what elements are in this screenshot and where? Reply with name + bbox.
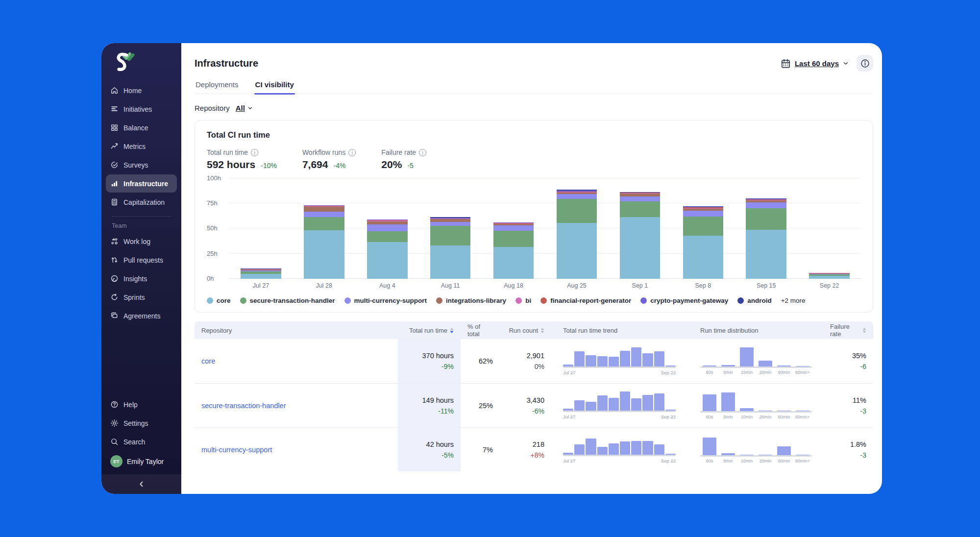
total-run-time-value: 42 hours xyxy=(405,440,454,448)
bar-segment-secure-transaction-handler xyxy=(620,201,661,217)
sidebar-item-label: Balance xyxy=(123,124,148,132)
legend-label: core xyxy=(217,297,231,304)
info-icon[interactable]: i xyxy=(419,149,426,156)
sidebar-item-help[interactable]: Help xyxy=(106,395,177,414)
sidebar-item-pull-requests[interactable]: Pull requests xyxy=(106,251,177,269)
stat-change: -10% xyxy=(261,162,277,170)
legend-item-financial-report-generator[interactable]: financial-report-generator xyxy=(540,297,631,304)
stacked-bar-sep-8 xyxy=(683,206,724,279)
distribution-bin-label: 10min xyxy=(737,370,756,375)
chevron-left-icon xyxy=(138,481,145,488)
sidebar-item-initiatives[interactable]: Initiatives xyxy=(106,100,177,118)
repository-filter-value: All xyxy=(236,104,245,112)
column-header-label: Run count xyxy=(509,327,538,334)
sidebar-item-settings[interactable]: Settings xyxy=(106,414,177,432)
legend-item-crypto-payment-gateway[interactable]: crypto-payment-gateway xyxy=(640,297,728,304)
sidebar-item-agreements[interactable]: Agreements xyxy=(106,307,177,325)
column-header-total-run-time[interactable]: Total run time xyxy=(398,327,461,334)
legend-item-core[interactable]: core xyxy=(207,297,231,304)
sidebar-item-home[interactable]: Home xyxy=(106,81,177,99)
x-tick-label: Sep 1 xyxy=(608,282,671,289)
stat-value: 20% xyxy=(381,159,402,171)
sidebar-item-label: Capitalization xyxy=(123,198,165,206)
repository-filter-dropdown[interactable]: All xyxy=(236,104,253,112)
stat-change: -4% xyxy=(333,162,345,170)
page-info-button[interactable] xyxy=(857,55,873,72)
trend-sparkline: Jul 27Sep 22 xyxy=(563,436,676,464)
chart-y-axis: 0h25h50h75h100h xyxy=(207,178,229,279)
sidebar-collapse-button[interactable] xyxy=(101,474,181,494)
chart-legend: coresecure-transaction-handlermulti-curr… xyxy=(207,297,861,304)
sidebar-item-insights[interactable]: Insights xyxy=(106,269,177,288)
sort-icon xyxy=(540,328,544,333)
sidebar-item-search[interactable]: Search xyxy=(106,433,177,451)
legend-dot xyxy=(436,297,442,304)
sidebar-bottom: HelpSettingsSearchETEmily Taylor xyxy=(101,395,181,474)
help-icon xyxy=(110,400,119,409)
repo-link[interactable]: secure-transaction-handler xyxy=(201,402,286,410)
home-icon xyxy=(110,86,119,95)
bar-segment-core xyxy=(620,217,661,279)
sidebar-item-label: Metrics xyxy=(123,143,146,150)
column-header-run-count[interactable]: Run count xyxy=(500,327,551,334)
legend-more-link[interactable]: +2 more xyxy=(781,297,806,304)
run-count-change: 0% xyxy=(507,363,544,370)
column-header-failure-rate[interactable]: Failure rate xyxy=(823,323,873,338)
distribution-bin-label: 60min xyxy=(775,459,793,464)
legend-dot xyxy=(207,297,213,304)
distribution-bin-label: 60min xyxy=(775,370,793,375)
work-log-icon xyxy=(110,237,119,245)
distribution-bin-label: 10min xyxy=(737,459,756,464)
sidebar-item-sprints[interactable]: Sprints xyxy=(106,288,177,306)
distribution-bin-label: 60min xyxy=(775,415,793,419)
info-icon xyxy=(860,59,870,68)
user-menu[interactable]: ETEmily Taylor xyxy=(106,451,177,471)
sidebar-item-surveys[interactable]: Surveys xyxy=(106,156,177,174)
legend-item-integrations-library[interactable]: integrations-library xyxy=(436,297,506,304)
legend-dot xyxy=(737,297,744,304)
stat-failure-rate: Failure ratei20%-5 xyxy=(381,148,426,171)
tab-deployments[interactable]: Deployments xyxy=(195,80,240,94)
sidebar-item-infrastructure[interactable]: Infrastructure xyxy=(106,174,177,193)
sidebar-item-metrics[interactable]: Metrics xyxy=(106,137,177,155)
sidebar-item-work-log[interactable]: Work log xyxy=(106,232,177,250)
stacked-bar-sep-15 xyxy=(746,198,786,279)
balance-icon xyxy=(110,123,119,132)
bar-segment-multi-currency-support xyxy=(683,211,724,217)
x-tick-label: Sep 15 xyxy=(735,282,798,289)
repo-link[interactable]: multi-currency-support xyxy=(201,446,272,454)
agreements-icon xyxy=(110,312,119,320)
info-icon[interactable]: i xyxy=(348,149,356,156)
pull-requests-icon xyxy=(110,256,119,264)
trend-sparkline: Jul 27Sep 22 xyxy=(563,391,676,419)
sidebar-item-capitalization[interactable]: Capitalization xyxy=(106,193,177,211)
x-tick-label: Jul 27 xyxy=(229,282,293,289)
bar-segment-core xyxy=(809,276,850,279)
sidebar-item-balance[interactable]: Balance xyxy=(106,119,177,137)
bar-segment-core xyxy=(493,247,534,279)
legend-item-android[interactable]: android xyxy=(737,297,772,304)
tab-ci-visibility[interactable]: CI visibility xyxy=(254,80,295,94)
run-count-value: 2,901 xyxy=(507,352,544,360)
legend-label: integrations-library xyxy=(446,297,506,304)
distribution-bin-label: 60min+ xyxy=(793,415,812,419)
sidebar-item-label: Settings xyxy=(123,419,148,427)
legend-item-secure-transaction-handler[interactable]: secure-transaction-handler xyxy=(240,297,335,304)
percent-of-total: 25% xyxy=(479,402,493,410)
y-tick-label: 50h xyxy=(207,224,218,232)
bar-segment-multi-currency-support xyxy=(493,225,534,230)
legend-item-bi[interactable]: bi xyxy=(515,297,531,304)
chevron-down-icon xyxy=(247,105,253,111)
info-icon[interactable]: i xyxy=(251,149,258,156)
stat-total-run-time: Total run timei592 hours-10% xyxy=(207,148,277,171)
bar-segment-core xyxy=(304,230,344,279)
date-range-picker[interactable]: Last 60 days xyxy=(781,58,849,69)
legend-item-multi-currency-support[interactable]: multi-currency-support xyxy=(344,297,427,304)
bar-segment-integrations-library xyxy=(304,207,344,211)
bar-segment-multi-currency-support xyxy=(430,222,471,226)
x-tick-label: Aug 4 xyxy=(356,282,419,289)
x-tick-label: Aug 18 xyxy=(482,282,545,289)
repo-link[interactable]: core xyxy=(201,357,215,365)
run-time-distribution-histogram: 60s5min10min20min60min60min+ xyxy=(700,347,812,375)
table-row: core370 hours-9%62%2,9010%Jul 27Sep 2260… xyxy=(195,339,873,383)
